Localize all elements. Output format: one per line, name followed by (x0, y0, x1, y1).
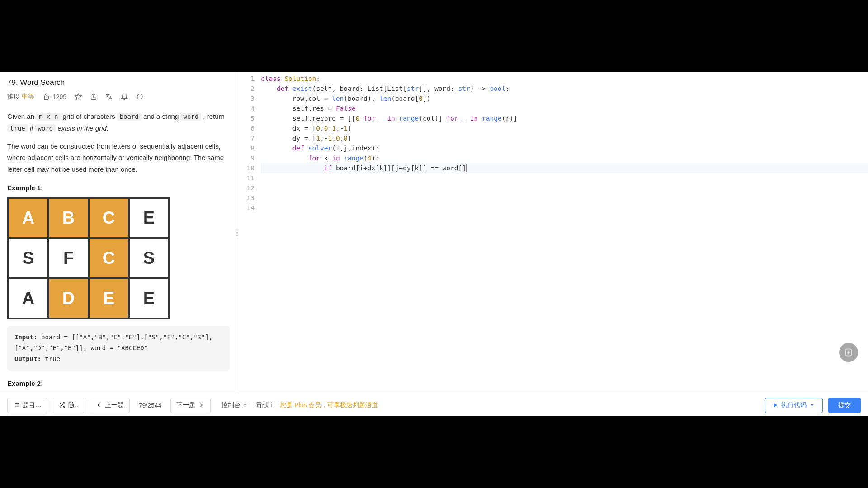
line-number: 3 (237, 94, 261, 103)
footer-left: 题目… 随.. 上一题 79/2544 下一题 (7, 398, 211, 413)
grid-cell: E (129, 198, 169, 238)
feedback-button[interactable] (136, 93, 143, 100)
translate-button[interactable] (105, 93, 113, 100)
footer-right: 执行代码 提交 (765, 398, 861, 413)
code-line[interactable]: for k in range(4): (261, 153, 868, 163)
grid-cell: D (48, 278, 89, 319)
example-grid-image: ABCESFCSADEE (7, 197, 170, 319)
code-line[interactable]: class Solution: (261, 74, 868, 84)
line-number: 6 (237, 123, 261, 133)
contribute-link[interactable]: 贡献 i (256, 401, 272, 409)
svg-marker-15 (774, 403, 778, 408)
line-number: 11 (237, 173, 261, 183)
code-line[interactable]: self.record = [[0 for _ in range(col)] f… (261, 113, 868, 123)
footer-bar: 题目… 随.. 上一题 79/2544 下一题 控制台 贡献 i 您是 Plus (0, 394, 868, 416)
problem-panel: 79. Word Search 难度 中等 1209 (0, 72, 237, 394)
next-problem-button[interactable]: 下一题 (170, 398, 211, 413)
code-line[interactable]: if board[i+dx[k]][j+dy[k]] == word[] (261, 163, 868, 173)
code-line[interactable] (261, 203, 868, 213)
shuffle-button[interactable]: 随.. (53, 398, 84, 413)
svg-marker-14 (244, 404, 246, 406)
grid-cell: C (89, 198, 129, 238)
line-number: 7 (237, 133, 261, 143)
grid-cell: E (89, 278, 129, 319)
line-number: 14 (237, 203, 261, 213)
grid-cell: B (48, 198, 89, 238)
line-number: 13 (237, 193, 261, 203)
line-number: 8 (237, 143, 261, 153)
description-paragraph-2: The word can be constructed from letters… (7, 141, 230, 175)
code-line[interactable] (261, 193, 868, 203)
grid-cell: S (8, 238, 48, 278)
svg-marker-0 (75, 94, 81, 99)
like-button[interactable]: 1209 (42, 93, 66, 100)
code-line[interactable]: dy = [1,-1,0,0] (261, 133, 868, 143)
main-area: 79. Word Search 难度 中等 1209 (0, 72, 868, 394)
code-line[interactable]: row,col = len(board), len(board[0]) (261, 94, 868, 103)
difficulty: 难度 中等 (7, 93, 34, 101)
problem-list-button[interactable]: 题目… (7, 398, 47, 413)
grid-cell: C (89, 238, 129, 278)
problem-title: 79. Word Search (7, 78, 230, 87)
example-1-label: Example 1: (7, 184, 230, 192)
code-line[interactable] (261, 173, 868, 183)
line-number: 12 (237, 183, 261, 193)
line-number: 5 (237, 113, 261, 123)
prev-problem-button[interactable]: 上一题 (90, 398, 130, 413)
grid-cell: F (48, 238, 89, 278)
code-line[interactable]: def exist(self, board: List[List[str]], … (261, 84, 868, 94)
line-number: 4 (237, 103, 261, 113)
problem-counter: 79/2544 (135, 402, 165, 409)
submit-button[interactable]: 提交 (828, 398, 861, 413)
share-button[interactable] (90, 93, 97, 100)
code-editor[interactable]: 1class Solution:2 def exist(self, board:… (237, 72, 868, 394)
example-1-code: Input: board = [["A","B","C","E"],["S","… (7, 326, 230, 371)
editor-panel: 1class Solution:2 def exist(self, board:… (237, 72, 868, 394)
star-button[interactable] (75, 93, 82, 100)
line-number: 1 (237, 74, 261, 84)
code-line[interactable] (261, 183, 868, 193)
example-2-label: Example 2: (7, 380, 230, 387)
app-root: 79. Word Search 难度 中等 1209 (0, 72, 868, 416)
line-number: 10 (237, 163, 261, 173)
line-number: 2 (237, 84, 261, 94)
code-line[interactable]: self.res = False (261, 103, 868, 113)
footer-mid: 控制台 贡献 i 您是 Plus 会员，可享极速判题通道 (222, 401, 378, 409)
svg-marker-16 (811, 404, 814, 406)
bell-button[interactable] (121, 93, 128, 100)
grid-cell: A (8, 198, 48, 238)
plus-member-message: 您是 Plus 会员，可享极速判题通道 (280, 401, 378, 409)
run-code-button[interactable]: 执行代码 (765, 398, 823, 413)
grid-cell: A (8, 278, 48, 319)
line-number: 9 (237, 153, 261, 163)
svg-line-13 (60, 403, 61, 404)
console-toggle[interactable]: 控制台 (222, 401, 248, 409)
code-line[interactable]: dx = [0,0,1,-1] (261, 123, 868, 133)
description-paragraph-1: Given an m x n grid of characters board … (7, 111, 230, 134)
problem-scroll[interactable]: 79. Word Search 难度 中等 1209 (0, 72, 237, 394)
grid-cell: E (129, 278, 169, 319)
notes-fab[interactable] (839, 343, 858, 362)
code-line[interactable]: def solver(i,j,index): (261, 143, 868, 153)
problem-meta: 难度 中等 1209 (7, 93, 230, 101)
grid-cell: S (129, 238, 169, 278)
